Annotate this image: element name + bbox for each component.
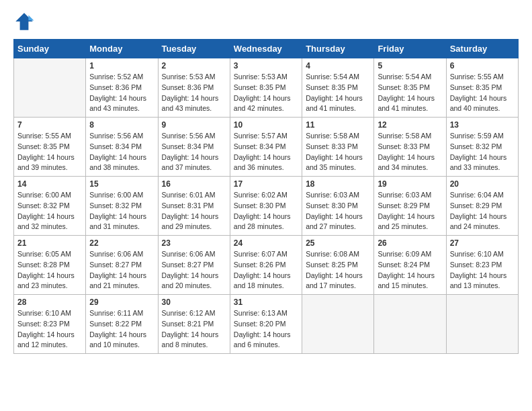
sunrise-label: Sunrise: 6:03 AM <box>378 191 431 199</box>
cell-info: Sunrise: 6:10 AMSunset: 8:23 PMDaylight:… <box>17 308 82 351</box>
weekday-header-monday: Monday <box>86 40 158 58</box>
calendar-cell: 11Sunrise: 5:58 AMSunset: 8:33 PMDayligh… <box>302 118 374 177</box>
calendar-cell: 13Sunrise: 5:59 AMSunset: 8:32 PMDayligh… <box>446 118 518 177</box>
sunrise-label: Sunrise: 6:05 AM <box>17 250 71 258</box>
calendar-cell: 25Sunrise: 6:08 AMSunset: 8:25 PMDayligh… <box>302 236 374 295</box>
header <box>13 11 519 32</box>
sunrise-label: Sunrise: 6:07 AM <box>234 250 287 258</box>
cell-info: Sunrise: 5:57 AMSunset: 8:34 PMDaylight:… <box>234 131 298 173</box>
cell-info: Sunrise: 5:53 AMSunset: 8:35 PMDaylight:… <box>234 72 298 114</box>
cell-info: Sunrise: 5:59 AMSunset: 8:32 PMDaylight:… <box>450 131 515 173</box>
sunset-label: Sunset: 8:32 PM <box>89 201 142 210</box>
sunset-label: Sunset: 8:21 PM <box>162 320 214 328</box>
cell-info: Sunrise: 5:54 AMSunset: 8:35 PMDaylight:… <box>306 72 370 114</box>
sunrise-label: Sunrise: 5:55 AM <box>17 132 71 140</box>
sunrise-label: Sunrise: 5:56 AM <box>162 132 216 140</box>
day-number: 13 <box>450 120 515 130</box>
sunset-label: Sunset: 8:24 PM <box>378 261 430 269</box>
calendar-cell: 30Sunrise: 6:12 AMSunset: 8:21 PMDayligh… <box>158 295 230 354</box>
daylight-label: Daylight: 14 hours and 15 minutes. <box>378 271 435 290</box>
calendar-week-row: 14Sunrise: 6:00 AMSunset: 8:32 PMDayligh… <box>14 177 519 236</box>
sunset-label: Sunset: 8:22 PM <box>89 320 142 328</box>
sunrise-label: Sunrise: 6:03 AM <box>306 191 359 199</box>
calendar-cell: 21Sunrise: 6:05 AMSunset: 8:28 PMDayligh… <box>14 236 86 295</box>
day-number: 10 <box>234 120 298 130</box>
cell-info: Sunrise: 5:56 AMSunset: 8:34 PMDaylight:… <box>89 131 154 173</box>
cell-info: Sunrise: 5:53 AMSunset: 8:36 PMDaylight:… <box>162 72 226 114</box>
calendar-cell: 3Sunrise: 5:53 AMSunset: 8:35 PMDaylight… <box>230 58 302 118</box>
sunset-label: Sunset: 8:36 PM <box>89 83 142 91</box>
sunset-label: Sunset: 8:30 PM <box>234 201 286 210</box>
sunrise-label: Sunrise: 5:59 AM <box>450 132 504 140</box>
calendar-cell: 2Sunrise: 5:53 AMSunset: 8:36 PMDaylight… <box>158 58 230 118</box>
cell-info: Sunrise: 6:03 AMSunset: 8:29 PMDaylight:… <box>378 190 442 232</box>
sunrise-label: Sunrise: 6:01 AM <box>162 191 216 199</box>
sunset-label: Sunset: 8:34 PM <box>89 142 142 150</box>
sunset-label: Sunset: 8:33 PM <box>378 142 430 150</box>
day-number: 19 <box>378 179 442 189</box>
sunrise-label: Sunrise: 6:13 AM <box>234 309 287 317</box>
day-number: 3 <box>234 61 298 71</box>
day-number: 31 <box>234 298 298 307</box>
daylight-label: Daylight: 14 hours and 43 minutes. <box>89 94 146 113</box>
cell-info: Sunrise: 6:11 AMSunset: 8:22 PMDaylight:… <box>89 308 154 351</box>
day-number: 5 <box>378 61 442 71</box>
calendar-cell: 24Sunrise: 6:07 AMSunset: 8:26 PMDayligh… <box>230 236 302 295</box>
calendar-cell: 1Sunrise: 5:52 AMSunset: 8:36 PMDaylight… <box>86 58 158 118</box>
daylight-label: Daylight: 14 hours and 39 minutes. <box>17 153 75 172</box>
day-number: 2 <box>162 61 226 71</box>
calendar-cell: 10Sunrise: 5:57 AMSunset: 8:34 PMDayligh… <box>230 118 302 177</box>
daylight-label: Daylight: 14 hours and 41 minutes. <box>306 94 363 113</box>
day-number: 6 <box>450 61 515 71</box>
cell-info: Sunrise: 6:00 AMSunset: 8:32 PMDaylight:… <box>17 190 82 232</box>
cell-info: Sunrise: 6:05 AMSunset: 8:28 PMDaylight:… <box>17 249 82 291</box>
daylight-label: Daylight: 14 hours and 29 minutes. <box>162 212 219 231</box>
calendar-cell: 16Sunrise: 6:01 AMSunset: 8:31 PMDayligh… <box>158 177 230 236</box>
calendar-table: SundayMondayTuesdayWednesdayThursdayFrid… <box>13 39 519 354</box>
cell-info: Sunrise: 6:01 AMSunset: 8:31 PMDaylight:… <box>162 190 226 232</box>
sunrise-label: Sunrise: 6:06 AM <box>89 250 143 258</box>
cell-info: Sunrise: 6:13 AMSunset: 8:20 PMDaylight:… <box>234 308 298 351</box>
sunset-label: Sunset: 8:31 PM <box>162 201 214 210</box>
daylight-label: Daylight: 14 hours and 20 minutes. <box>162 271 219 290</box>
sunrise-label: Sunrise: 6:00 AM <box>89 191 143 199</box>
cell-info: Sunrise: 6:00 AMSunset: 8:32 PMDaylight:… <box>89 190 154 232</box>
cell-info: Sunrise: 5:55 AMSunset: 8:35 PMDaylight:… <box>17 131 82 173</box>
day-number: 11 <box>306 120 370 130</box>
daylight-label: Daylight: 14 hours and 41 minutes. <box>378 94 435 113</box>
weekday-header-saturday: Saturday <box>446 40 518 58</box>
daylight-label: Daylight: 14 hours and 18 minutes. <box>234 271 291 290</box>
sunset-label: Sunset: 8:23 PM <box>17 320 70 328</box>
day-number: 22 <box>89 238 154 248</box>
day-number: 28 <box>17 298 82 307</box>
daylight-label: Daylight: 14 hours and 37 minutes. <box>162 153 219 172</box>
daylight-label: Daylight: 14 hours and 10 minutes. <box>89 330 146 349</box>
sunrise-label: Sunrise: 6:09 AM <box>378 250 431 258</box>
calendar-cell: 15Sunrise: 6:00 AMSunset: 8:32 PMDayligh… <box>86 177 158 236</box>
daylight-label: Daylight: 14 hours and 27 minutes. <box>306 212 363 231</box>
calendar-cell <box>446 295 518 354</box>
weekday-header-row: SundayMondayTuesdayWednesdayThursdayFrid… <box>14 40 519 58</box>
sunrise-label: Sunrise: 5:54 AM <box>306 73 359 81</box>
calendar-cell <box>302 295 374 354</box>
cell-info: Sunrise: 6:10 AMSunset: 8:23 PMDaylight:… <box>450 249 515 291</box>
day-number: 8 <box>89 120 154 130</box>
day-number: 20 <box>450 179 515 189</box>
day-number: 9 <box>162 120 226 130</box>
weekday-header-wednesday: Wednesday <box>230 40 302 58</box>
daylight-label: Daylight: 14 hours and 40 minutes. <box>450 94 507 113</box>
day-number: 17 <box>234 179 298 189</box>
calendar-cell: 28Sunrise: 6:10 AMSunset: 8:23 PMDayligh… <box>14 295 86 354</box>
daylight-label: Daylight: 14 hours and 36 minutes. <box>234 153 291 172</box>
sunset-label: Sunset: 8:28 PM <box>17 261 70 269</box>
calendar-week-row: 28Sunrise: 6:10 AMSunset: 8:23 PMDayligh… <box>14 295 519 354</box>
calendar-cell: 27Sunrise: 6:10 AMSunset: 8:23 PMDayligh… <box>446 236 518 295</box>
daylight-label: Daylight: 14 hours and 32 minutes. <box>17 212 75 231</box>
day-number: 27 <box>450 238 515 248</box>
calendar-cell: 17Sunrise: 6:02 AMSunset: 8:30 PMDayligh… <box>230 177 302 236</box>
sunrise-label: Sunrise: 5:54 AM <box>378 73 431 81</box>
cell-info: Sunrise: 6:09 AMSunset: 8:24 PMDaylight:… <box>378 249 442 291</box>
day-number: 15 <box>89 179 154 189</box>
sunset-label: Sunset: 8:26 PM <box>234 261 286 269</box>
day-number: 14 <box>17 179 82 189</box>
